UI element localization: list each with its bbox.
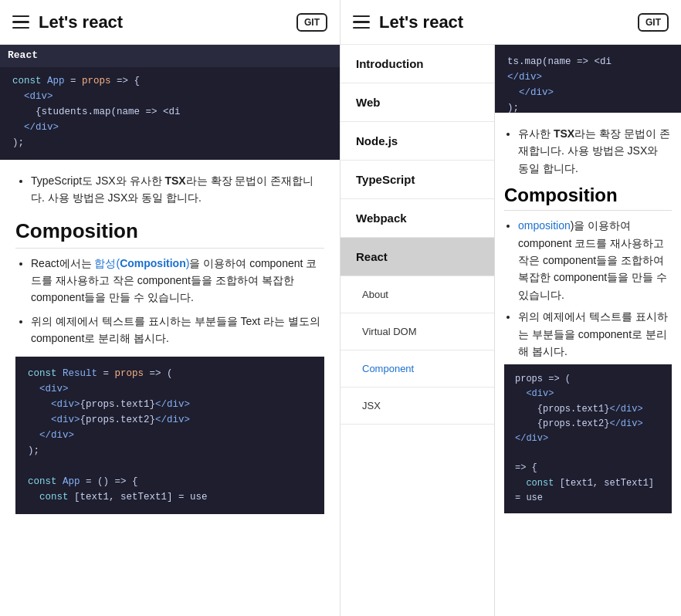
right-wrapper: Let's react GIT Introduction Web Node.js… xyxy=(340,0,681,616)
code2-line-9: const [text1, setText1] = use xyxy=(28,489,312,505)
left-comp-item-1: React에서는 합성(Composition)을 이용하여 component… xyxy=(31,255,324,306)
left-code-line-3: {students.map(name => <di xyxy=(12,104,327,120)
left-composition-heading: Composition xyxy=(15,219,324,249)
left-article: TypeScript도 JSX와 유사한 TSX라는 확장 문법이 존재합니다.… xyxy=(0,160,340,526)
right-code2-line5: </div> xyxy=(515,432,661,446)
right-hamburger-menu[interactable] xyxy=(353,15,370,29)
code2-line-4: <div>{props.text2}</div> xyxy=(28,412,312,428)
left-code-section-label: React xyxy=(0,45,340,67)
right-body: Introduction Web Node.js TypeScript Webp… xyxy=(340,45,681,616)
right-comp-item-2: 위의 예제에서 텍스트를 표시하는 부분들을 component로 분리해 봅시… xyxy=(518,308,672,360)
sidebar: Introduction Web Node.js TypeScript Webp… xyxy=(340,45,495,616)
left-composition-list: React에서는 합성(Composition)을 이용하여 component… xyxy=(15,255,324,347)
sidebar-item-about[interactable]: About xyxy=(340,276,494,313)
code2-line-5: </div> xyxy=(28,428,312,443)
left-toolbar: Let's react GIT xyxy=(0,0,340,45)
right-code-top-line4: ); xyxy=(507,100,669,113)
right-code2-line6 xyxy=(515,446,661,461)
right-article-partial: 유사한 TSX라는 확장 문법이 존재합니다. 사용 방법은 JSX와 동일 합… xyxy=(495,113,681,526)
right-bullet-list: 유사한 TSX라는 확장 문법이 존재합니다. 사용 방법은 JSX와 동일 합… xyxy=(504,125,672,177)
sidebar-item-virtualdom[interactable]: Virtual DOM xyxy=(340,313,494,350)
left-content: React const App = props => { <div> {stud… xyxy=(0,45,340,616)
composition-link[interactable]: 합성(Composition) xyxy=(94,257,189,269)
right-bullet-1: 유사한 TSX라는 확장 문법이 존재합니다. 사용 방법은 JSX와 동일 합… xyxy=(518,125,672,177)
left-toolbar-left: Let's react xyxy=(12,12,123,32)
code2-line-8: const App = () => { xyxy=(28,474,312,489)
sidebar-item-web[interactable]: Web xyxy=(340,83,494,122)
right-comp-item-1: omposition)을 이용하여 component 코드를 재사용하고 작은… xyxy=(518,217,672,303)
right-code-top-line1: ts.map(name => <di xyxy=(507,54,669,69)
left-app-title: Let's react xyxy=(39,12,123,32)
left-bullet-item-1: TypeScript도 JSX와 유사한 TSX라는 확장 문법이 존재합니다.… xyxy=(31,172,324,207)
right-code2-line4: {props.text2}</div> xyxy=(515,417,661,432)
left-code-line-2: <div> xyxy=(12,89,327,104)
sidebar-item-jsx[interactable]: JSX xyxy=(340,388,494,425)
sidebar-item-react[interactable]: React xyxy=(340,238,494,276)
right-code2-line7: => { xyxy=(515,461,661,476)
right-toolbar: Let's react GIT xyxy=(340,0,681,45)
left-panel: Let's react GIT React const App = props … xyxy=(0,0,340,616)
right-toolbar-left: Let's react xyxy=(353,12,463,32)
right-code2-line3: {props.text1}</div> xyxy=(515,402,661,417)
left-code-block-top: React const App = props => { <div> {stud… xyxy=(0,45,340,160)
sidebar-item-introduction[interactable]: Introduction xyxy=(340,45,494,83)
right-code2-line2: <div> xyxy=(515,387,661,401)
right-code-top-line2: </div> xyxy=(507,69,669,85)
sidebar-item-nodejs[interactable]: Node.js xyxy=(340,122,494,161)
right-composition-heading: Composition xyxy=(504,184,672,211)
code2-line-2: <div> xyxy=(28,381,312,397)
left-code-line-1: const App = props => { xyxy=(12,73,327,89)
code2-line-6: ); xyxy=(28,443,312,459)
right-git-badge[interactable]: GIT xyxy=(638,13,669,32)
left-code-line-5: ); xyxy=(12,135,327,151)
right-composition-link[interactable]: omposition xyxy=(518,219,571,232)
code2-line-1: const Result = props => ( xyxy=(28,366,312,381)
right-code-top: ts.map(name => <di </div> </div> ); xyxy=(495,45,681,113)
left-comp-item-2: 위의 예제에서 텍스트를 표시하는 부분들을 Text 라는 별도의 compo… xyxy=(31,313,324,347)
code2-line-7 xyxy=(28,459,312,474)
left-code-block-2: const Result = props => ( <div> <div>{pr… xyxy=(15,357,324,514)
right-code2-line1: props => ( xyxy=(515,372,661,387)
left-git-badge[interactable]: GIT xyxy=(296,13,327,32)
left-code-line-4: </div> xyxy=(12,120,327,135)
right-panel: Let's react GIT Introduction Web Node.js… xyxy=(340,0,681,616)
code2-line-3: <div>{props.text1}</div> xyxy=(28,397,312,412)
right-app-title: Let's react xyxy=(379,12,463,32)
right-code2-line8: const [text1, setText1] = use xyxy=(515,476,661,506)
sidebar-item-component[interactable]: Component xyxy=(340,350,494,388)
right-code-bottom: props => ( <div> {props.text1}</div> {pr… xyxy=(504,364,672,513)
right-comp-list: omposition)을 이용하여 component 코드를 재사용하고 작은… xyxy=(504,217,672,360)
left-hamburger-menu[interactable] xyxy=(12,15,29,29)
sidebar-item-webpack[interactable]: Webpack xyxy=(340,199,494,238)
right-code-top-line3: </div> xyxy=(507,85,669,100)
right-main-content: ts.map(name => <di </div> </div> ); 유사한 … xyxy=(495,45,681,616)
sidebar-item-typescript[interactable]: TypeScript xyxy=(340,161,494,199)
left-bullet-list-1: TypeScript도 JSX와 유사한 TSX라는 확장 문법이 존재합니다.… xyxy=(15,172,324,207)
